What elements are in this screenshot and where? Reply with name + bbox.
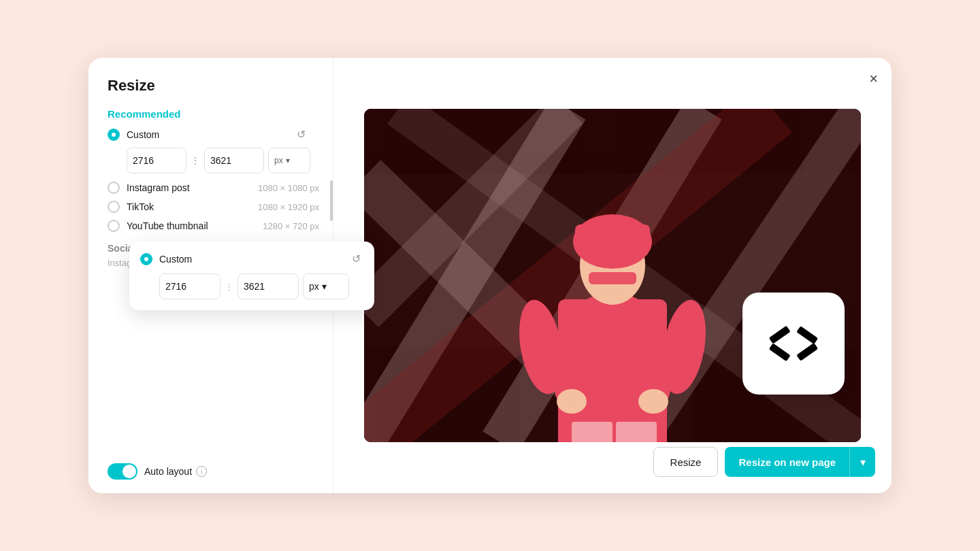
floating-option-row: Custom ↺: [140, 252, 361, 265]
instagram-option-label[interactable]: Instagram post: [127, 182, 258, 193]
svg-rect-9: [558, 299, 667, 442]
tiktok-dims: 1080 × 1920 px: [258, 202, 319, 212]
floating-refresh-button[interactable]: ↺: [352, 252, 361, 265]
svg-rect-15: [589, 272, 636, 284]
floating-unit-chevron: ▾: [322, 281, 327, 292]
svg-point-19: [638, 389, 668, 414]
unit-chevron: ▾: [286, 156, 290, 165]
auto-layout-label: Auto layout: [144, 466, 192, 477]
action-bar: Resize Resize on new page ▾: [653, 447, 875, 477]
floating-custom-panel: Custom ↺ ⋮ px ▾: [129, 241, 374, 310]
right-panel: ×: [333, 58, 892, 493]
floating-link-icon: ⋮: [225, 282, 233, 292]
svg-rect-16: [572, 422, 612, 442]
section-recommended: Recommended: [108, 108, 333, 120]
refresh-button[interactable]: ↺: [297, 128, 306, 141]
scrollbar[interactable]: [330, 180, 333, 221]
floating-unit-select[interactable]: px ▾: [303, 273, 349, 299]
svg-rect-21: [769, 343, 791, 361]
instagram-dims: 1080 × 1080 px: [258, 183, 319, 193]
dimension-inputs: ⋮ px ▾: [127, 148, 333, 173]
floating-dimension-inputs: ⋮ px ▾: [159, 273, 361, 299]
youtube-radio[interactable]: [108, 220, 120, 232]
resize-modal: Resize Recommended Custom ↺ ⋮ px ▾ Insta…: [88, 58, 892, 493]
height-input[interactable]: [204, 148, 264, 173]
canvas-preview: [364, 109, 861, 442]
width-input[interactable]: [127, 148, 186, 173]
capcut-logo-card: [742, 293, 845, 395]
floating-unit-label: px: [309, 281, 319, 292]
youtube-option-label[interactable]: YouTube thumbnail: [127, 220, 263, 231]
svg-rect-20: [769, 326, 791, 344]
link-icon: ⋮: [191, 155, 200, 166]
auto-layout-bar: Auto layout i: [108, 463, 333, 480]
svg-point-18: [557, 389, 587, 414]
floating-custom-radio[interactable]: [140, 253, 152, 265]
youtube-dims: 1280 × 720 px: [263, 221, 319, 231]
resize-new-page-button[interactable]: Resize on new page: [725, 447, 849, 477]
svg-rect-23: [796, 343, 818, 361]
svg-rect-14: [575, 224, 650, 248]
svg-rect-17: [616, 422, 657, 442]
unit-select[interactable]: px ▾: [268, 148, 310, 173]
instagram-option-row[interactable]: Instagram post 1080 × 1080 px: [108, 182, 333, 194]
resize-new-page-dropdown[interactable]: ▾: [849, 447, 875, 477]
youtube-option-row[interactable]: YouTube thumbnail 1280 × 720 px: [108, 220, 333, 232]
svg-rect-22: [796, 326, 818, 344]
resize-button[interactable]: Resize: [653, 447, 719, 477]
chevron-down-icon: ▾: [860, 456, 866, 469]
custom-radio[interactable]: [108, 129, 120, 141]
floating-custom-label[interactable]: Custom: [159, 254, 352, 265]
modal-title: Resize: [108, 77, 333, 95]
custom-option-row[interactable]: Custom ↺: [108, 128, 333, 141]
floating-height-input[interactable]: [238, 273, 299, 299]
instagram-radio[interactable]: [108, 182, 120, 194]
tiktok-option-row[interactable]: TikTok 1080 × 1920 px: [108, 201, 333, 213]
tiktok-option-label[interactable]: TikTok: [127, 201, 258, 212]
tiktok-radio[interactable]: [108, 201, 120, 213]
capcut-logo-svg: [763, 313, 824, 374]
unit-label: px: [274, 156, 283, 165]
close-button[interactable]: ×: [869, 70, 878, 88]
info-icon[interactable]: i: [196, 466, 207, 477]
auto-layout-toggle[interactable]: [108, 463, 137, 480]
custom-option-label[interactable]: Custom: [127, 129, 297, 140]
resize-new-page-group: Resize on new page ▾: [725, 447, 875, 477]
floating-width-input[interactable]: [159, 273, 220, 299]
